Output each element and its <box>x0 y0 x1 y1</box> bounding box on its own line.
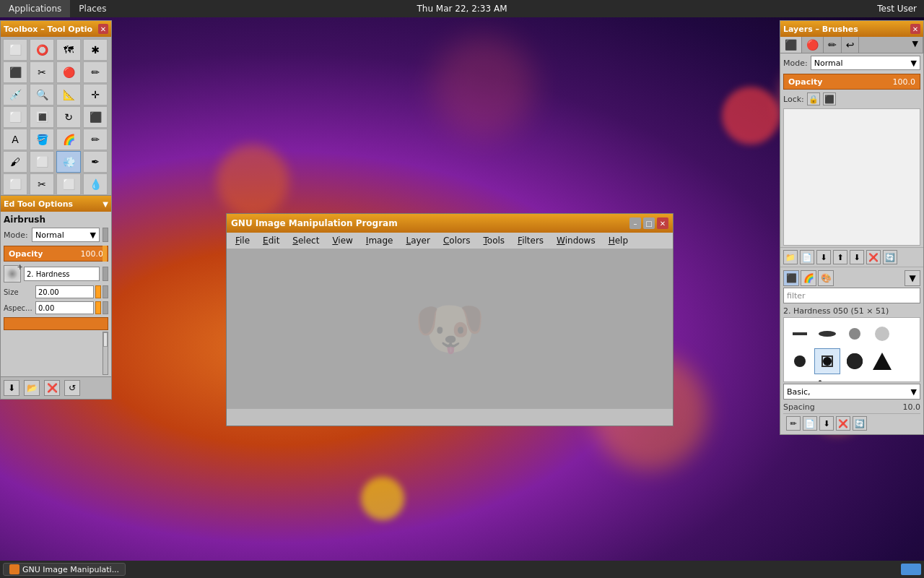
brushes-edit-button[interactable]: ✏ <box>786 416 801 431</box>
brush-thumb-3[interactable] <box>842 321 868 347</box>
menu-help[interactable]: Help <box>603 234 634 247</box>
tool-scale[interactable]: ⬛ <box>83 106 108 128</box>
opacity-slider-handle[interactable] <box>103 246 107 262</box>
tool-select-color[interactable]: ⬛ <box>3 61 27 83</box>
tab-menu[interactable]: ▼ <box>908 37 923 53</box>
brush-thumb-8[interactable] <box>869 348 895 374</box>
tool-zoom[interactable]: 🔍 <box>30 84 54 105</box>
tool-options-titlebar[interactable]: Ed Tool Options ▼ <box>1 196 111 212</box>
scroll-thumb[interactable] <box>103 332 108 347</box>
tool-bucket-fill[interactable]: 🪣 <box>30 129 54 150</box>
tab-channels[interactable]: 🔴 <box>802 37 824 53</box>
brush-scroll[interactable] <box>103 267 108 281</box>
menu-file[interactable]: File <box>230 234 256 247</box>
menu-windows[interactable]: Windows <box>551 234 601 247</box>
tool-crop[interactable]: 🔳 <box>30 106 54 128</box>
aspect-input[interactable]: 0.00 <box>35 301 94 314</box>
size-input[interactable]: 20.00 <box>35 285 94 298</box>
new-layer-button[interactable]: 📄 <box>800 250 814 264</box>
screen-indicator[interactable] <box>901 564 921 575</box>
merge-layer-button[interactable]: ⬆ <box>833 250 847 264</box>
size-indicator[interactable] <box>95 285 101 298</box>
brushes-refresh-button[interactable]: 🔄 <box>853 416 867 431</box>
brushes-tab-palette[interactable]: 🎨 <box>818 270 834 286</box>
gimp-dialog-titlebar[interactable]: GNU Image Manipulation Program – □ ✕ <box>227 214 673 233</box>
vertical-scroll[interactable] <box>103 332 108 375</box>
tool-options-arrow[interactable]: ▼ <box>103 200 108 208</box>
brush-thumb-7[interactable] <box>842 348 868 374</box>
opacity-slider[interactable]: Opacity 100.0 <box>4 246 108 262</box>
tool-fuzzy-select[interactable]: ✱ <box>83 39 108 61</box>
brush-thumb-2[interactable] <box>814 321 840 347</box>
lock-pixels-button[interactable]: 🔒 <box>807 92 820 105</box>
menu-image[interactable]: Image <box>360 234 399 247</box>
tool-rect-select[interactable]: ⬜ <box>3 39 27 61</box>
options-btn-3[interactable]: ❌ <box>44 380 60 396</box>
tool-rotate[interactable]: ↻ <box>56 106 81 128</box>
brush-thumb-5[interactable] <box>787 348 813 374</box>
tool-ellipse-select[interactable]: ⭕ <box>30 39 54 61</box>
tool-color-picker[interactable]: 💉 <box>3 84 27 105</box>
brush-name-box[interactable]: 2. Hardness <box>24 267 100 281</box>
brushes-delete-button[interactable]: ❌ <box>836 416 850 431</box>
brush-thumb-6[interactable] <box>814 348 840 374</box>
tool-ink[interactable]: ✒ <box>83 151 108 173</box>
delete-layer-button[interactable]: ⬇ <box>850 250 864 264</box>
mode-select[interactable]: Normal ▼ <box>32 228 100 242</box>
tool-airbrush[interactable]: 💨 <box>56 151 81 173</box>
menu-layer[interactable]: Layer <box>400 234 435 247</box>
tool-pencil[interactable]: ✏ <box>83 129 108 150</box>
tool-paths[interactable]: ✏ <box>83 61 108 83</box>
brush-thumb-4[interactable] <box>869 321 895 347</box>
extra-slider[interactable] <box>4 317 108 330</box>
brushes-tab-pattern[interactable]: ⬛ <box>783 270 799 286</box>
mode-scroll[interactable] <box>103 228 108 242</box>
brush-thumb-10[interactable] <box>814 376 840 382</box>
tool-scissors[interactable]: ✂ <box>30 61 54 83</box>
brushes-new-button[interactable]: 📄 <box>803 416 817 431</box>
menu-places[interactable]: Places <box>70 0 115 17</box>
tool-foreground[interactable]: 🔴 <box>56 61 81 83</box>
layers-opacity-slider[interactable]: Opacity 100.0 <box>783 74 920 90</box>
layers-close-button[interactable]: ✕ <box>910 24 920 34</box>
menu-edit[interactable]: Edit <box>257 234 285 247</box>
menu-tools[interactable]: Tools <box>478 234 511 247</box>
tool-measure[interactable]: 📐 <box>56 84 81 105</box>
tool-text[interactable]: A <box>3 129 27 150</box>
options-btn-2[interactable]: 📂 <box>24 380 40 396</box>
brushes-tab-gradient[interactable]: 🌈 <box>801 270 816 286</box>
brushes-filter[interactable]: filter <box>783 288 920 303</box>
menu-colors[interactable]: Colors <box>437 234 476 247</box>
options-btn-1[interactable]: ⬇ <box>4 380 19 396</box>
tab-undo[interactable]: ↩ <box>842 37 860 53</box>
aspect-scroll[interactable] <box>103 301 108 314</box>
maximize-button[interactable]: □ <box>643 217 655 229</box>
raise-layer-button[interactable]: ❌ <box>866 250 881 264</box>
duplicate-layer-button[interactable]: ⬇ <box>816 250 831 264</box>
menu-select[interactable]: Select <box>287 234 325 247</box>
taskbar-gimp-item[interactable]: GNU Image Manipulati... <box>3 563 126 576</box>
close-button[interactable]: ✕ <box>657 217 668 229</box>
new-layer-group-button[interactable]: 📁 <box>783 250 798 264</box>
tool-blend[interactable]: 🌈 <box>56 129 81 150</box>
tool-free-select[interactable]: 🗺 <box>56 39 81 61</box>
size-scroll[interactable] <box>103 285 108 298</box>
menu-filters[interactable]: Filters <box>512 234 549 247</box>
tool-perspective-clone[interactable]: ⬜ <box>56 173 81 195</box>
aspect-indicator[interactable] <box>95 301 101 314</box>
brushes-duplicate-button[interactable]: ⬇ <box>819 416 834 431</box>
menu-view[interactable]: View <box>326 234 358 247</box>
tool-heal[interactable]: ✂ <box>30 173 54 195</box>
menu-applications[interactable]: Applications <box>0 0 70 17</box>
category-select[interactable]: Basic, ▼ <box>783 384 920 400</box>
layers-titlebar[interactable]: Layers – Brushes ✕ <box>780 21 923 37</box>
layer-mode-select[interactable]: Normal ▼ <box>811 56 920 70</box>
tab-paths[interactable]: ✏ <box>824 37 842 53</box>
lower-layer-button[interactable]: 🔄 <box>883 250 897 264</box>
options-btn-4[interactable]: ↺ <box>64 380 80 396</box>
tool-move[interactable]: ✛ <box>83 84 108 105</box>
toolbox-titlebar[interactable]: Toolbox – Tool Optio ✕ <box>1 21 111 37</box>
tool-align[interactable]: ⬜ <box>3 106 27 128</box>
tab-layers[interactable]: ⬛ <box>780 37 802 53</box>
lock-position-button[interactable]: ⬛ <box>823 92 836 105</box>
